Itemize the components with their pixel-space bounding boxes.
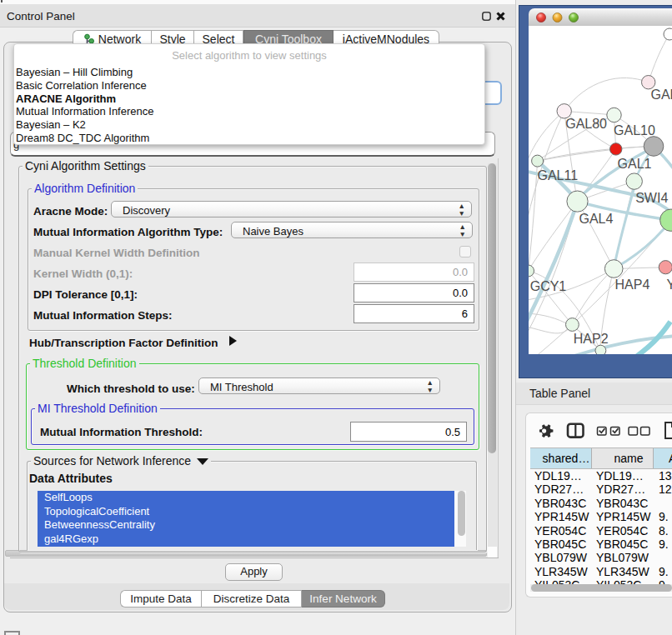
svg-text:GAL7: GAL7: [651, 88, 672, 102]
svg-text:GAL80: GAL80: [565, 117, 607, 131]
svg-text:GAL10: GAL10: [614, 123, 655, 138]
svg-text:HAP2: HAP2: [574, 332, 609, 346]
svg-text:SWI4: SWI4: [635, 191, 668, 205]
svg-text:GAL11: GAL11: [538, 168, 579, 182]
svg-text:GAL1: GAL1: [618, 157, 652, 171]
svg-text:GCY1: GCY1: [530, 279, 567, 293]
svg-text:GAL4: GAL4: [579, 212, 614, 226]
svg-text:Y: Y: [666, 278, 672, 292]
svg-text:HAP4: HAP4: [615, 278, 650, 292]
